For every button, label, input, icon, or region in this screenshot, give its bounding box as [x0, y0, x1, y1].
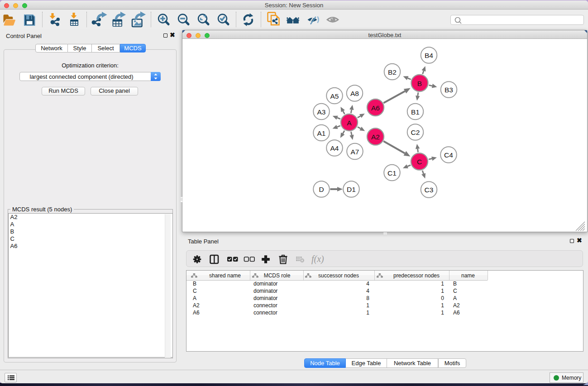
svg-text:D: D	[319, 186, 324, 193]
svg-text:A4: A4	[330, 144, 339, 152]
svg-text:dominator: dominator	[253, 288, 277, 294]
svg-text:1: 1	[366, 302, 369, 309]
svg-text:shared name: shared name	[209, 272, 241, 279]
svg-text:A2: A2	[193, 302, 200, 309]
svg-text:MCDS role: MCDS role	[264, 272, 291, 279]
svg-text:A3: A3	[317, 108, 326, 116]
svg-text:1: 1	[441, 310, 444, 316]
svg-text:C1: C1	[387, 169, 397, 177]
svg-text:A6: A6	[371, 104, 380, 112]
svg-text:0: 0	[441, 295, 444, 301]
svg-text:A5: A5	[330, 92, 339, 100]
svg-text:A7: A7	[351, 148, 359, 156]
svg-text:B1: B1	[411, 108, 420, 116]
svg-text:C4: C4	[444, 151, 453, 159]
svg-text:1: 1	[366, 310, 369, 316]
svg-text:B3: B3	[445, 86, 453, 94]
svg-text:A: A	[347, 119, 352, 127]
svg-text:dominator: dominator	[253, 295, 277, 301]
svg-text:A2: A2	[371, 133, 380, 141]
svg-text:A6: A6	[453, 310, 460, 316]
svg-text:1: 1	[441, 302, 444, 309]
svg-text:B2: B2	[388, 68, 397, 76]
svg-text:B: B	[417, 80, 422, 87]
svg-text:predecessor nodes: predecessor nodes	[393, 272, 440, 279]
svg-text:A6: A6	[193, 310, 200, 316]
svg-text:A8: A8	[350, 90, 359, 97]
svg-text:A2: A2	[453, 302, 460, 309]
svg-text:B: B	[453, 281, 457, 287]
svg-text:1: 1	[441, 288, 444, 294]
svg-text:D1: D1	[347, 186, 356, 193]
svg-text:connector: connector	[253, 302, 277, 309]
svg-text:C2: C2	[411, 129, 420, 136]
svg-text:8: 8	[366, 295, 369, 301]
svg-text:B4: B4	[425, 52, 433, 59]
svg-text:4: 4	[366, 281, 369, 287]
svg-text:1: 1	[441, 281, 444, 287]
svg-text:dominator: dominator	[253, 281, 277, 287]
svg-text:name: name	[461, 272, 475, 279]
svg-text:connector: connector	[253, 310, 277, 316]
svg-text:successor nodes: successor nodes	[318, 272, 359, 279]
svg-text:f(x): f(x)	[311, 254, 324, 264]
svg-text:C3: C3	[425, 186, 434, 194]
svg-text:A: A	[193, 295, 196, 301]
svg-text:C: C	[417, 158, 422, 166]
svg-text:4: 4	[366, 288, 369, 294]
svg-text:A1: A1	[317, 129, 326, 137]
svg-text:B: B	[193, 281, 196, 287]
svg-text:C: C	[193, 288, 197, 294]
svg-text:A: A	[453, 295, 457, 301]
svg-text:C: C	[453, 288, 457, 294]
